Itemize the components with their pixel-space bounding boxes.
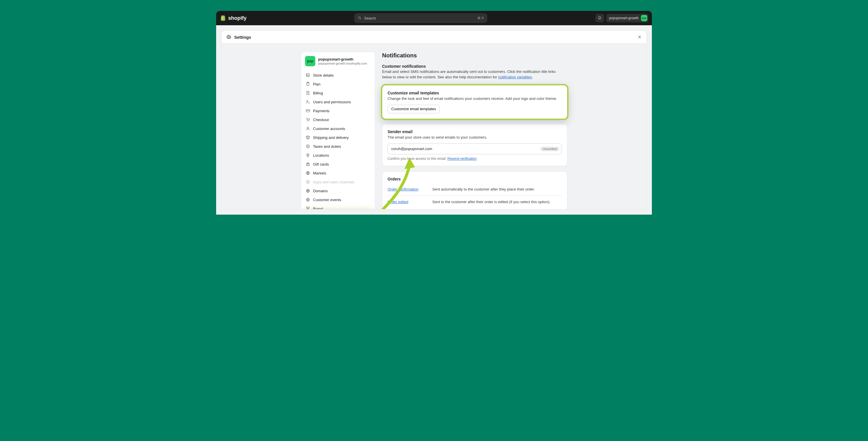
card-desc: Change the look and feel of email notifi…	[388, 96, 562, 101]
sidebar-item-label: Plan	[313, 82, 320, 86]
sidebar-item-label: Payments	[313, 109, 330, 113]
svg-line-1	[360, 19, 361, 20]
pin-icon	[306, 153, 310, 157]
store-switcher[interactable]: popupsmart-growth pop	[606, 14, 648, 22]
gift-icon	[306, 162, 310, 167]
paint-icon	[306, 206, 310, 209]
sidebar-item-taxes[interactable]: Taxes and duties	[303, 142, 373, 151]
row-desc: Sent automatically to the customer after…	[432, 187, 535, 192]
card-title: Customize email templates	[388, 91, 562, 95]
modal-title: Settings	[234, 35, 251, 39]
content: Notifications Customer notifications Ema…	[382, 52, 567, 209]
resend-hint: Confirm you have access to this email. R…	[388, 157, 562, 161]
table-row: Order edited Sent to the customer after …	[388, 196, 562, 208]
globe2-icon	[306, 188, 310, 193]
customize-templates-card: Customize email templates Change the loo…	[382, 85, 567, 119]
svg-point-9	[307, 127, 309, 128]
sidebar-item-label: Locations	[313, 153, 329, 157]
close-button[interactable]	[637, 35, 642, 39]
receipt-icon	[306, 91, 310, 95]
section-desc: Email and select SMS notifications are a…	[382, 69, 560, 80]
sidebar-item-label: Domains	[313, 189, 328, 193]
sidebar-item-label: Customer accounts	[313, 126, 345, 131]
sidebar-item-markets[interactable]: Markets	[303, 169, 373, 177]
sidebar-item-locations[interactable]: Locations	[303, 151, 373, 159]
sidebar-item-plan[interactable]: Plan	[303, 80, 373, 88]
card-title: Orders	[388, 177, 562, 181]
sidebar-item-brand[interactable]: Brand	[303, 204, 373, 209]
sidebar-item-label: Apps and sales channels	[313, 180, 354, 184]
svg-point-4	[307, 100, 308, 101]
sidebar-item-label: Shipping and delivery	[313, 136, 348, 140]
svg-point-27	[308, 199, 308, 200]
user-icon	[306, 126, 310, 131]
order-confirmation-link[interactable]: Order confirmation	[388, 187, 428, 192]
sidebar-item-label: Markets	[313, 171, 326, 175]
customer-notifications-section: Customer notifications Email and select …	[382, 64, 567, 80]
modal-header: Settings	[222, 31, 646, 43]
table-row: Order confirmation Sent automatically to…	[388, 183, 562, 196]
sidebar-item-apps: Apps and sales channels	[303, 178, 373, 186]
sidebar-item-label: Users and permissions	[313, 100, 351, 104]
sender-email-input[interactable]: coruh@popupsmart.com Unverified	[388, 144, 562, 154]
sidebar-item-customer-accounts[interactable]: Customer accounts	[303, 124, 373, 133]
notifications-button[interactable]	[595, 14, 604, 22]
shopify-bag-icon	[220, 14, 226, 22]
settings-modal: Settings pop popupsmart-growth popupsmar…	[221, 30, 647, 209]
orders-table: Order confirmation Sent automatically to…	[388, 183, 562, 208]
store-url: popupsmart-growth.myshopify.com	[318, 62, 367, 65]
sidebar-item-payments[interactable]: Payments	[303, 107, 373, 115]
sidebar-item-gift-cards[interactable]: Gift cards	[303, 160, 373, 169]
topbar: shopify Search ⌘ K popupsmart-growth pop	[216, 11, 652, 25]
sidebar-item-domains[interactable]: Domains	[303, 186, 373, 195]
store-name-top: popupsmart-growth	[609, 16, 639, 20]
resend-verification-link[interactable]: Resend verification	[447, 157, 477, 161]
sidebar-item-billing[interactable]: Billing	[303, 89, 373, 97]
order-edited-link[interactable]: Order edited	[388, 200, 428, 204]
close-icon	[637, 35, 642, 39]
search-shortcut: ⌘ K	[477, 16, 484, 20]
brand-text: shopify	[228, 15, 247, 21]
nav-list: Store details Plan Billing Users and per…	[301, 70, 375, 209]
search-placeholder: Search	[364, 16, 376, 20]
sidebar-item-label: Brand	[313, 207, 323, 209]
svg-rect-28	[306, 207, 309, 208]
store-icon	[306, 73, 310, 78]
search-input[interactable]: Search ⌘ K	[354, 13, 487, 23]
page-title: Notifications	[382, 52, 567, 59]
sidebar-item-label: Gift cards	[313, 162, 329, 167]
status-badge: Unverified	[540, 147, 559, 151]
store-header: pop popupsmart-growth popupsmart-growth.…	[301, 52, 375, 70]
avatar: pop	[641, 15, 647, 21]
sidebar-item-label: Taxes and duties	[313, 144, 341, 149]
topbar-right: popupsmart-growth pop	[595, 14, 648, 22]
box-icon	[306, 135, 310, 140]
svg-point-12	[307, 145, 307, 146]
bell-icon	[597, 16, 602, 20]
sidebar-item-store-details[interactable]: Store details	[303, 71, 373, 80]
sidebar-item-shipping[interactable]: Shipping and delivery	[303, 133, 373, 142]
svg-rect-5	[306, 110, 310, 112]
sidebar-item-checkout[interactable]: Checkout	[303, 115, 373, 124]
modal-body: pop popupsmart-growth popupsmart-growth.…	[222, 43, 646, 209]
grid-icon	[306, 180, 310, 184]
customize-templates-button[interactable]: Customize email templates	[388, 105, 440, 113]
card-desc: The email your store uses to send emails…	[388, 135, 562, 140]
search-icon	[358, 16, 362, 20]
clipboard-icon	[306, 82, 310, 86]
sidebar-item-label: Customer events	[313, 198, 341, 202]
cart-icon	[306, 117, 310, 122]
row-desc: Sent to the customer after their order i…	[432, 200, 550, 204]
sender-email-value: coruh@popupsmart.com	[391, 147, 537, 151]
app-window: shopify Search ⌘ K popupsmart-growth pop	[216, 11, 652, 215]
sidebar-item-users[interactable]: Users and permissions	[303, 97, 373, 106]
svg-point-7	[307, 121, 308, 121]
svg-rect-18	[306, 180, 308, 182]
columns: pop popupsmart-growth popupsmart-growth.…	[301, 52, 567, 201]
gear-icon	[226, 34, 231, 39]
notification-variables-link[interactable]: notification variables	[498, 75, 532, 79]
sidebar-item-customer-events[interactable]: Customer events	[303, 196, 373, 204]
credit-card-icon	[306, 109, 310, 113]
store-name: popupsmart-growth	[318, 57, 367, 62]
svg-point-0	[359, 17, 361, 19]
